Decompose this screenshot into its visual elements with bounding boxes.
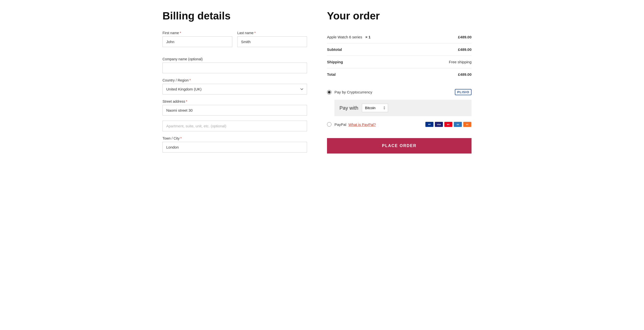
country-required: *	[190, 78, 191, 82]
company-name-label: Company name (optional)	[162, 57, 307, 61]
mastercard-icon: MC	[444, 122, 452, 127]
crypto-payment-option: Pay by Cryptocurrency PLISIO	[327, 86, 472, 99]
last-name-required: *	[254, 31, 256, 35]
paypal-radio[interactable]	[327, 122, 332, 126]
paypal-label[interactable]: PayPal What is PayPal?	[334, 122, 376, 126]
total-row: Total £489.00	[327, 68, 472, 81]
town-city-input[interactable]	[162, 142, 307, 152]
paypal-icon: PP	[425, 122, 434, 127]
first-name-input[interactable]	[162, 36, 232, 47]
billing-section: Billing details First name* Last name* C…	[162, 10, 307, 158]
payment-methods: Pay by Cryptocurrency PLISIO Pay with Bi…	[327, 86, 472, 130]
shipping-row: Shipping Free shipping	[327, 56, 472, 68]
town-city-label: Town / City*	[162, 136, 307, 140]
total-label: Total	[327, 68, 422, 81]
order-item-row: Apple Watch 6 series × 1 £489.00	[327, 31, 472, 43]
street-address-label: Street address*	[162, 100, 307, 104]
order-section: Your order Apple Watch 6 series × 1 £489…	[327, 10, 472, 158]
crypto-label[interactable]: Pay by Cryptocurrency	[334, 90, 372, 94]
billing-title: Billing details	[162, 10, 307, 22]
street-required: *	[186, 100, 187, 104]
crypto-radio[interactable]	[327, 90, 332, 94]
country-region-label: Country / Region*	[162, 78, 307, 82]
place-order-button[interactable]: PLACE ORDER	[327, 138, 472, 154]
paypal-payment-option: PayPal What is PayPal? PP VISA MC AX DC	[327, 118, 472, 130]
subtotal-label: Subtotal	[327, 43, 422, 56]
town-required: *	[180, 136, 182, 140]
product-price: £489.00	[422, 31, 472, 43]
company-name-input[interactable]	[162, 62, 307, 73]
discover-icon: DC	[463, 122, 472, 127]
product-name: Apple Watch 6 series × 1	[327, 31, 422, 43]
pay-with-label: Pay with	[340, 105, 358, 111]
what-is-paypal-link[interactable]: What is PayPal?	[348, 122, 376, 126]
paypal-logos: PP VISA MC AX DC	[425, 122, 472, 127]
order-table: Apple Watch 6 series × 1 £489.00 Subtota…	[327, 31, 472, 80]
order-title: Your order	[327, 10, 472, 22]
subtotal-value: £489.00	[422, 43, 472, 56]
first-name-label: First name*	[162, 31, 232, 35]
country-select[interactable]: United Kingdom (UK) United States (US) G…	[162, 84, 307, 94]
last-name-input[interactable]	[237, 36, 307, 47]
first-name-required: *	[180, 31, 181, 35]
last-name-label: Last name*	[237, 31, 307, 35]
amex-icon: AX	[454, 122, 462, 127]
shipping-label: Shipping	[327, 56, 422, 68]
visa-icon: VISA	[435, 122, 443, 127]
crypto-pay-box: Pay with Bitcoin Ethereum Litecoin USDT	[334, 100, 472, 116]
plisio-logo: PLISIO	[455, 89, 472, 95]
street-address-input[interactable]	[162, 105, 307, 116]
total-value: £489.00	[422, 68, 472, 81]
subtotal-row: Subtotal £489.00	[327, 43, 472, 56]
crypto-currency-select[interactable]: Bitcoin Ethereum Litecoin USDT	[362, 104, 388, 112]
shipping-value: Free shipping	[422, 56, 472, 68]
apartment-input[interactable]	[162, 121, 307, 131]
